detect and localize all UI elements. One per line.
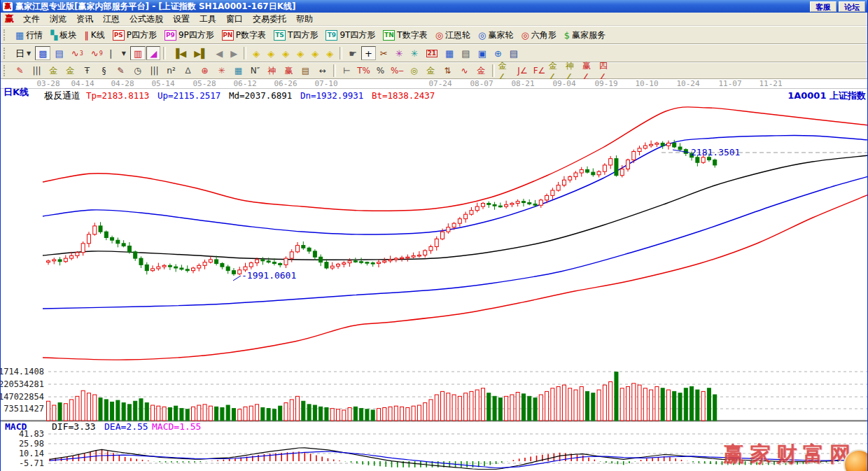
last-page-button[interactable]: ▶▌ — [190, 46, 211, 60]
j-angle-tool[interactable]: J∠ — [514, 64, 531, 78]
t-number-button[interactable]: TNT数字表 — [379, 28, 430, 42]
quotes-button[interactable]: ▦行情 — [12, 28, 46, 42]
red-pencil-tool[interactable]: ✎ — [113, 64, 129, 78]
candle-style-dropdown[interactable]: ⎸▼ — [107, 46, 130, 60]
menu-交易委托[interactable]: 交易委托 — [248, 13, 291, 24]
ying-angle-tool[interactable]: 赢∠ — [582, 64, 598, 78]
calculator-button[interactable]: ▦ — [442, 46, 457, 60]
circle-cross-tool[interactable]: ⊕ — [197, 64, 213, 78]
shen-grid-tool-icon: 神 — [268, 65, 276, 77]
price-comb-tool[interactable]: ||| — [29, 64, 45, 78]
next-button[interactable]: ▶ — [227, 46, 241, 60]
star-grid-tool[interactable]: ▦ — [230, 64, 246, 78]
period-label[interactable]: 日K线 — [4, 87, 29, 97]
color-chart-icon[interactable]: ◢ — [146, 46, 160, 60]
sectors-button[interactable]: ▚板块 — [47, 28, 80, 42]
winner-service-button[interactable]: $赢家服务 — [561, 28, 609, 42]
next-button-icon: ▶ — [230, 49, 237, 58]
info-list-icon[interactable]: ▤ — [51, 46, 66, 60]
gold-hline-tool[interactable]: 金 — [423, 64, 439, 78]
shen-grid-tool[interactable]: 神 — [264, 64, 280, 78]
hand-drag-button[interactable]: ☛ — [345, 46, 360, 60]
n-squared-tool[interactable]: n² — [163, 64, 179, 78]
wave-9-icon[interactable]: ∿9 — [88, 46, 106, 60]
period-day-dropdown[interactable]: 日▼ — [12, 46, 34, 60]
print-button[interactable]: ▤ — [506, 46, 522, 60]
gann-diamond-left-icon[interactable]: ◈ — [249, 46, 263, 60]
symbol-label[interactable]: 1A0001 上证指数 — [788, 90, 866, 101]
shen-angle-tool[interactable]: 神∠ — [565, 64, 581, 78]
wave-3-icon[interactable]: ∿3 — [68, 46, 87, 60]
t-square-button[interactable]: TST四方形 — [270, 28, 321, 42]
gold-grid2-tool[interactable]: 金 — [62, 64, 78, 78]
notes-button[interactable]: ▤ — [458, 46, 473, 60]
crosshair-button[interactable]: + — [361, 46, 376, 60]
winner-wheel-button[interactable]: ◎赢家轮 — [475, 28, 517, 42]
f-angle-tool[interactable]: F∠ — [531, 64, 547, 78]
first-page-button[interactable]: ▐◀ — [169, 46, 190, 60]
p-number-button[interactable]: PNP数字表 — [218, 28, 270, 42]
network-chart-icon[interactable]: ▩ — [35, 46, 50, 60]
toolbar-grip[interactable] — [4, 29, 8, 41]
gann-brain-purple-icon[interactable]: ✳ — [392, 46, 407, 60]
menu-帮助[interactable]: 帮助 — [291, 13, 318, 24]
spiral-tool[interactable]: § — [96, 64, 112, 78]
menu-窗口[interactable]: 窗口 — [221, 13, 248, 24]
candles-layer — [47, 140, 717, 276]
si-angle-tool[interactable]: 四∠ — [598, 64, 615, 78]
ying-grid-tool[interactable]: 赢 — [281, 64, 297, 78]
customer-service-button[interactable]: 客服 — [810, 1, 836, 12]
delete-line-button[interactable]: ✂ — [377, 46, 391, 60]
percent-tool[interactable]: % — [372, 64, 388, 78]
gann-diamond-all-icon[interactable]: ◈ — [323, 46, 337, 60]
gold-underline-tool[interactable]: 金 — [473, 64, 489, 78]
stock-chart-canvas[interactable]: 03-2804-1404-2805-1405-2806-1206-2607-10… — [1, 79, 868, 471]
gold2-angle-tool[interactable]: 金∠ — [548, 64, 564, 78]
pen-scale-tool[interactable]: ⇅ — [440, 64, 456, 78]
scale-ruler-tool[interactable]: ⊢ — [339, 64, 355, 78]
menu-公式选股[interactable]: 公式选股 — [125, 13, 168, 24]
p-square-button[interactable]: PSP四方形 — [109, 28, 160, 42]
span-arrow-tool[interactable]: ↔ — [314, 64, 330, 78]
star-burst-tool[interactable]: ✳ — [214, 64, 230, 78]
kline-button[interactable]: ∥K线 — [80, 28, 108, 42]
gold-grid-tool[interactable]: 金 — [46, 64, 62, 78]
time-cycle-tool[interactable]: ◷ — [130, 64, 146, 78]
gold2-angle-tool-icon: 金∠ — [549, 60, 564, 82]
vlines-tool[interactable]: ||| — [146, 64, 162, 78]
wave-count-tool[interactable]: N″ — [247, 64, 263, 78]
gann-diamond-right-icon[interactable]: ◈ — [264, 46, 278, 60]
menu-设置[interactable]: 设置 — [168, 13, 195, 24]
menu-文件[interactable]: 文件 — [18, 13, 45, 24]
gold-circle-tool[interactable]: ◎ — [406, 64, 422, 78]
calendar-button[interactable]: 21 — [423, 46, 442, 60]
percent-hline-tool[interactable]: %‒ — [389, 64, 405, 78]
menu-江恩[interactable]: 江恩 — [98, 13, 125, 24]
gann-diamond-star-icon[interactable]: ◈ — [308, 46, 322, 60]
web-link-button[interactable]: ⊕ — [491, 46, 505, 60]
gann-diamond-x-icon[interactable]: ◈ — [293, 46, 307, 60]
gann-diamond-h-icon[interactable]: ◈ — [279, 46, 293, 60]
menu-资讯[interactable]: 资讯 — [71, 13, 98, 24]
toolbar-grip[interactable] — [4, 48, 8, 59]
prev-button[interactable]: ◀ — [212, 46, 226, 60]
menu-浏览[interactable]: 浏览 — [45, 13, 71, 24]
gann-wheel-button[interactable]: ◎江恩轮 — [432, 28, 474, 42]
drawing-toolbar: ✎|||金金Ŧ§✎◷|||n²∆⊕✳▦N″神赢▤↔⊢T%%%‒◎金⇅∿金金∠J∠… — [1, 62, 867, 79]
f-comb-tool[interactable]: Ŧ — [79, 64, 95, 78]
toolbar-grip[interactable] — [4, 65, 8, 76]
t9-square-button[interactable]: T99T四方形 — [322, 28, 379, 42]
gann-brain-teal-icon[interactable]: ✳ — [407, 46, 422, 60]
gold-angle-tool[interactable]: 金∠ — [498, 64, 514, 78]
t-percent-tool[interactable]: T% — [356, 64, 372, 78]
menu-工具[interactable]: 工具 — [195, 13, 221, 24]
hexagon-button[interactable]: ◎六角形 — [517, 28, 559, 42]
angle-mirror-tool[interactable]: ∆ — [180, 64, 196, 78]
pencil-tool[interactable]: ✎ — [12, 64, 28, 78]
save-button[interactable]: ▣ — [475, 46, 490, 60]
forum-button[interactable]: 论坛 — [839, 1, 865, 12]
dual-kline-icon[interactable]: ▥ — [130, 46, 146, 60]
p9-square-button[interactable]: P99P四方形 — [161, 28, 218, 42]
ruler-123-tool[interactable]: ▤ — [298, 64, 314, 78]
wave-line-tool[interactable]: ∿ — [456, 64, 472, 78]
